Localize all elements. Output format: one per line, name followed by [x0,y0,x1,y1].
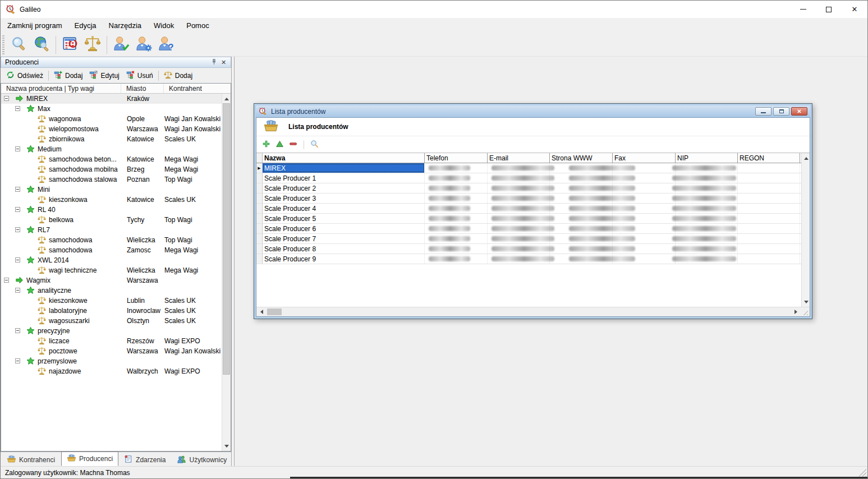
tree-row[interactable]: Max [1,104,222,114]
global-search-button[interactable] [30,34,53,56]
scales-button[interactable] [81,34,104,56]
expander-collapse-icon[interactable] [15,106,20,111]
grid-cell-nazwa[interactable]: Scale Producer 8 [263,244,425,254]
scroll-up-icon[interactable] [802,154,810,163]
tree-row[interactable]: wagi techniczneWieliczkaMega Wagi [1,265,222,275]
tree-row[interactable]: samochodowa mobilnaBrzegMega Wagi [1,164,222,174]
tree-row[interactable]: wielopomostowaWarszawaWagi Jan Kowalski [1,124,222,134]
tree-row[interactable]: najazdoweWalbrzychWagi EXPO [1,366,222,376]
grid-cell-nazwa[interactable]: MIREX [263,163,425,173]
tab-zdarzenia[interactable]: Zdarzenia [118,453,171,466]
column-header-fax[interactable]: Fax [613,153,676,163]
refresh-button[interactable]: Odśwież [3,70,47,82]
grid-cell-nazwa[interactable]: Scale Producer 1 [263,173,425,183]
tree-row[interactable]: kieszonkowaKatowiceScales UK [1,195,222,205]
tree-row[interactable]: Mini [1,185,222,195]
expander-collapse-icon[interactable] [15,358,20,363]
tree-row[interactable]: XWL 2014 [1,255,222,265]
close-button[interactable]: ✕ [842,1,867,18]
tab-producenci[interactable]: Producenci [61,452,118,466]
menu-item-zamknij-program[interactable]: Zamknij program [1,18,68,33]
tree-row[interactable]: samochodowaZamoscMega Wagi [1,245,222,255]
grid-cell[interactable] [738,214,800,223]
child-minimize-button[interactable] [755,107,771,116]
grid-row[interactable]: Scale Producer 1 [256,173,801,183]
column-header-regon[interactable]: REGON [738,153,800,163]
tree-row[interactable]: WagmixWarszawa [1,275,222,285]
grid-cell[interactable] [738,204,800,213]
tree-row[interactable]: zbiornikowaKatowiceScales UK [1,134,222,144]
column-header-telefon[interactable]: Telefon [425,153,488,163]
add-record-button[interactable] [261,140,271,149]
child-restore-button[interactable] [773,107,789,116]
expander-collapse-icon[interactable] [15,146,20,151]
grid-row[interactable]: Scale Producer 9 [256,254,801,264]
menu-item-widok[interactable]: Widok [148,18,180,33]
tab-uzytkownicy[interactable]: Użytkownicy [172,453,232,466]
expander-collapse-icon[interactable] [15,187,20,192]
child-close-button[interactable]: ✕ [791,107,807,116]
minimize-button[interactable] [790,1,816,18]
grid-cell-nazwa[interactable]: Scale Producer 6 [263,224,425,233]
tree-row[interactable]: RL 40 [1,205,222,215]
column-header-strona-www[interactable]: Strona WWW [550,153,613,163]
expander-collapse-icon[interactable] [15,257,20,262]
grid-vertical-scrollbar[interactable] [801,153,810,307]
grid-row[interactable]: Scale Producer 6 [256,224,801,234]
grid-row[interactable]: Scale Producer 7 [256,234,801,244]
maximize-button[interactable] [816,1,842,18]
grid-cell-nazwa[interactable]: Scale Producer 3 [263,194,425,203]
column-header-email[interactable]: E-mail [488,153,550,163]
pin-panel-button[interactable] [209,58,219,67]
tree-row[interactable]: belkowaTychyTop Wagi [1,215,222,225]
expander-collapse-icon[interactable] [15,207,20,212]
menu-item-edycja[interactable]: Edycja [68,18,103,33]
calendar-button[interactable] [59,34,81,56]
column-header-nazwa-typ[interactable]: Nazwa producenta | Typ wagi [1,84,121,93]
tree-row[interactable]: wagosuszarkiOlsztynScales UK [1,316,222,326]
add-producer-button[interactable]: Dodaj [50,70,86,82]
grid-cell[interactable] [738,163,800,173]
scrollbar-thumb[interactable] [223,103,230,375]
column-header-miasto[interactable]: Miasto [121,84,164,93]
grid-cell[interactable] [738,173,800,183]
toolbar-grip[interactable] [2,35,4,54]
resize-grip[interactable] [801,308,808,315]
user-help-button[interactable]: ? [155,34,177,56]
grid-row[interactable]: Scale Producer 8 [256,244,801,254]
add-scale-button[interactable]: Dodaj [160,70,196,82]
tree-row[interactable]: samochodowa beton...KatowiceMega Wagi [1,154,222,164]
edit-producer-button[interactable]: Edytuj [86,70,122,82]
grid-cell-nazwa[interactable]: Scale Producer 2 [263,183,425,193]
expander-collapse-icon[interactable] [4,96,9,101]
expander-collapse-icon[interactable] [15,328,20,333]
column-header-nazwa[interactable]: Nazwa [263,153,425,163]
tree-row[interactable]: precyzyjne [1,326,222,336]
scrollbar-thumb[interactable] [267,308,282,315]
column-header-kontrahent[interactable]: Kontrahent [164,84,231,93]
grid-cell[interactable] [738,244,800,254]
menu-item-pomoc[interactable]: Pomoc [180,18,215,33]
column-header-nip[interactable]: NIP [676,153,738,163]
grid-row[interactable]: Scale Producer 5 [256,214,801,224]
grid-cell-nazwa[interactable]: Scale Producer 9 [263,254,425,264]
tab-kontrahenci[interactable]: Kontrahenci [2,453,60,466]
tree-row[interactable]: analityczne [1,285,222,296]
search-record-button[interactable] [310,140,319,149]
grid-cell-nazwa[interactable]: Scale Producer 5 [263,214,425,223]
grid-cell[interactable] [738,194,800,203]
expander-collapse-icon[interactable] [4,278,9,283]
tree-row[interactable]: samochodowaWieliczkaTop Wagi [1,235,222,245]
resize-grip[interactable] [858,469,866,477]
tree-row[interactable]: MIREXKraków [1,94,222,104]
scroll-up-icon[interactable] [222,94,231,103]
edit-record-button[interactable] [275,140,284,149]
delete-record-button[interactable] [288,140,298,149]
grid-cell-nazwa[interactable]: Scale Producer 4 [263,204,425,213]
grid-row[interactable]: Scale Producer 2 [256,183,801,194]
expander-collapse-icon[interactable] [15,288,20,293]
grid-row[interactable]: Scale Producer 3 [256,194,801,204]
tree-row[interactable]: liczaceRzeszówWagi EXPO [1,336,222,346]
expander-collapse-icon[interactable] [15,227,20,232]
tree-row[interactable]: wagonowaOpoleWagi Jan Kowalski [1,114,222,124]
